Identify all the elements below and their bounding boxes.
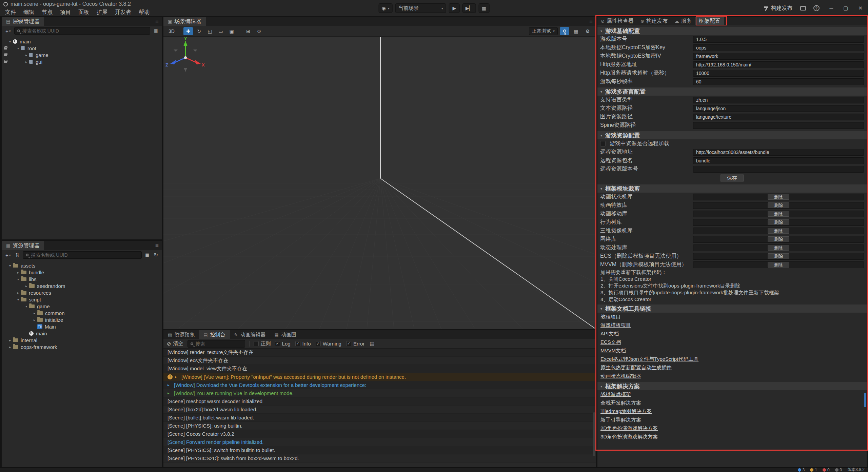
expand-arrow-icon[interactable]: ▾ bbox=[15, 46, 21, 50]
section-solutions[interactable]: ▾ 框架解决方案 bbox=[597, 382, 867, 390]
section-doc-links[interactable]: ▾ 框架文档工具链接 bbox=[597, 304, 867, 313]
property-input[interactable] bbox=[693, 122, 864, 129]
play-button[interactable]: ▶ bbox=[449, 3, 460, 13]
inspector-tab[interactable]: ⊕ 构建发布 bbox=[637, 17, 671, 25]
section-resource-config[interactable]: ▾ 游戏资源配置 bbox=[597, 131, 867, 139]
log-row[interactable]: ! ▸ [Scene] Cocos Creator v3.8.2 bbox=[163, 430, 596, 438]
property-input[interactable] bbox=[693, 97, 864, 103]
lock-icon[interactable] bbox=[4, 47, 7, 50]
tree-row[interactable]: main bbox=[2, 330, 162, 337]
expand-arrow-icon[interactable]: ▸ bbox=[32, 318, 37, 322]
log-filter-checkbox[interactable]: ✓ Error bbox=[346, 341, 364, 347]
console-tab[interactable]: ✎ 动画编辑器 bbox=[230, 330, 270, 339]
pivot-toggle-button[interactable]: ⊞ bbox=[243, 27, 253, 35]
expand-arrow-icon[interactable]: ▾ bbox=[15, 298, 21, 301]
expand-arrow-icon[interactable]: ▸ bbox=[167, 391, 172, 395]
assets-tab[interactable]: ▦ 资源管理器 bbox=[2, 241, 44, 250]
log-row[interactable]: ! ▸ [Scene] [box2d]:box2d wasm lib loade… bbox=[163, 406, 596, 414]
property-input[interactable] bbox=[693, 114, 864, 120]
solution-link[interactable]: 全栈开发解决方案 bbox=[600, 400, 641, 406]
expand-arrow-icon[interactable]: ▸ bbox=[32, 311, 37, 315]
log-filter-checkbox[interactable]: ✓ Log bbox=[275, 341, 291, 347]
panel-menu-icon[interactable]: ≡ bbox=[586, 18, 596, 25]
property-input[interactable] bbox=[693, 157, 864, 164]
panel-menu-icon[interactable]: ≡ bbox=[152, 242, 162, 249]
log-filter-checkbox[interactable]: ✓ Info bbox=[295, 341, 311, 347]
property-input[interactable] bbox=[693, 166, 864, 173]
minimize-button[interactable]: ─ bbox=[830, 5, 833, 11]
expand-arrow-icon[interactable]: ▾ bbox=[15, 277, 21, 281]
transform-tool-button[interactable]: ◱ bbox=[205, 27, 215, 35]
delete-module-button[interactable]: 删除 bbox=[768, 262, 789, 268]
log-row[interactable]: ! ▸ [Scene] [bullet]:bullet wasm lib loa… bbox=[163, 414, 596, 422]
monitor-icon[interactable] bbox=[800, 6, 806, 11]
property-input[interactable] bbox=[693, 44, 864, 51]
transform-tool-button[interactable]: ▭ bbox=[216, 27, 225, 35]
solution-link[interactable]: 2D角色扮演游戏解决方案 bbox=[600, 425, 658, 432]
console-tab[interactable]: ▦ 动画图 bbox=[270, 330, 301, 339]
property-input[interactable] bbox=[693, 78, 864, 85]
property-input[interactable] bbox=[693, 149, 864, 156]
scene-settings-button[interactable]: ⚙ bbox=[583, 27, 592, 35]
log-row[interactable]: ! ▸ [Scene] [PHYSICS]: switch from built… bbox=[163, 446, 596, 454]
lighting-toggle[interactable] bbox=[560, 27, 569, 35]
expand-arrow-icon[interactable]: ▸ bbox=[167, 383, 172, 387]
log-row[interactable]: ! ▸ [Window] render_texture文件夹不存在 bbox=[163, 349, 596, 357]
property-input[interactable] bbox=[693, 70, 864, 77]
tree-row[interactable]: ▸ initialize bbox=[2, 316, 162, 323]
tree-row[interactable]: ▸ common bbox=[2, 310, 162, 316]
tree-row[interactable]: ▾ root bbox=[2, 45, 162, 52]
hierarchy-search[interactable] bbox=[14, 27, 151, 35]
console-scrollbar[interactable] bbox=[593, 412, 595, 456]
console-search-input[interactable] bbox=[196, 341, 257, 347]
build-publish-button[interactable]: 构建发布 bbox=[764, 5, 793, 12]
refresh-icon[interactable]: ↻ bbox=[153, 252, 159, 258]
clear-console-button[interactable]: ⊘ 清空 bbox=[167, 340, 183, 347]
log-row[interactable]: ! ▸ [Window] You are running Vue in deve… bbox=[163, 389, 596, 397]
doc-link[interactable]: API文档 bbox=[600, 331, 619, 337]
transform-tool-button[interactable]: ✚ bbox=[183, 27, 193, 35]
delete-module-button[interactable]: 删除 bbox=[768, 211, 789, 217]
sort-icon[interactable]: ⇅ bbox=[14, 252, 21, 258]
property-input[interactable] bbox=[693, 36, 864, 43]
panel-menu-icon[interactable]: ≡ bbox=[152, 18, 162, 25]
remote-load-checkbox[interactable] bbox=[600, 141, 606, 146]
view-mode-dropdown[interactable]: 正常浏览 ▾ bbox=[529, 27, 558, 35]
section-language-config[interactable]: ▾ 游戏多语言配置 bbox=[597, 87, 867, 96]
scene-select-dropdown[interactable]: 当前场景 ▾ bbox=[395, 3, 446, 13]
help-icon[interactable]: ? bbox=[813, 5, 820, 11]
log-row[interactable]: ! ▸ [Scene] Forward render pipeline init… bbox=[163, 438, 596, 446]
hierarchy-tab[interactable]: ▤ 层级管理器 bbox=[2, 17, 44, 26]
menu-item[interactable]: 开发者 bbox=[111, 9, 135, 16]
section-module-trim[interactable]: ▾ 框架模块裁剪 bbox=[597, 184, 867, 193]
inspector-scrollbar-thumb[interactable] bbox=[864, 393, 866, 407]
filter-icon[interactable]: ≣ bbox=[144, 252, 151, 258]
hierarchy-search-input[interactable] bbox=[22, 28, 147, 34]
console-tab[interactable]: ▤ 控制台 bbox=[199, 330, 230, 339]
delete-module-button[interactable]: 删除 bbox=[768, 253, 789, 259]
scene-viewport[interactable]: Y X Z bbox=[163, 37, 596, 329]
menu-item[interactable]: 帮助 bbox=[135, 9, 153, 16]
solution-link[interactable]: 新手引导解决方案 bbox=[600, 417, 641, 423]
menu-item[interactable]: 项目 bbox=[56, 9, 75, 16]
mode-3d-toggle[interactable]: 3D bbox=[167, 27, 176, 35]
menu-item[interactable]: 扩展 bbox=[93, 9, 111, 16]
assets-search-input[interactable] bbox=[31, 252, 138, 258]
add-asset-button[interactable]: +▾ bbox=[4, 252, 12, 258]
tree-row[interactable]: ▾ script bbox=[2, 296, 162, 303]
doc-link[interactable]: Excel格式转Json文件与TypeScript代码工具 bbox=[600, 356, 698, 362]
expand-arrow-icon[interactable]: ▸ bbox=[15, 291, 21, 295]
maximize-button[interactable]: ▢ bbox=[843, 5, 848, 11]
transform-tool-button[interactable]: ↻ bbox=[194, 27, 204, 35]
tree-row[interactable]: ▾ main bbox=[2, 38, 162, 45]
transform-tool-button[interactable]: ▣ bbox=[227, 27, 236, 35]
layout-button[interactable]: ▦ bbox=[478, 3, 489, 13]
step-button[interactable]: ▶▏ bbox=[462, 3, 476, 13]
tree-row[interactable]: ▸ oops-framework bbox=[2, 343, 162, 350]
expand-arrow-icon[interactable]: ▸ bbox=[23, 60, 29, 64]
log-row[interactable]: ! ▸ [Window] model_view文件夹不存在 bbox=[163, 365, 596, 373]
tree-row[interactable]: ▸ gui bbox=[2, 58, 162, 65]
menu-item[interactable]: 节点 bbox=[38, 9, 56, 16]
console-tab[interactable]: ▧ 资源预览 bbox=[163, 330, 199, 339]
tree-row[interactable]: ▾ libs bbox=[2, 276, 162, 282]
